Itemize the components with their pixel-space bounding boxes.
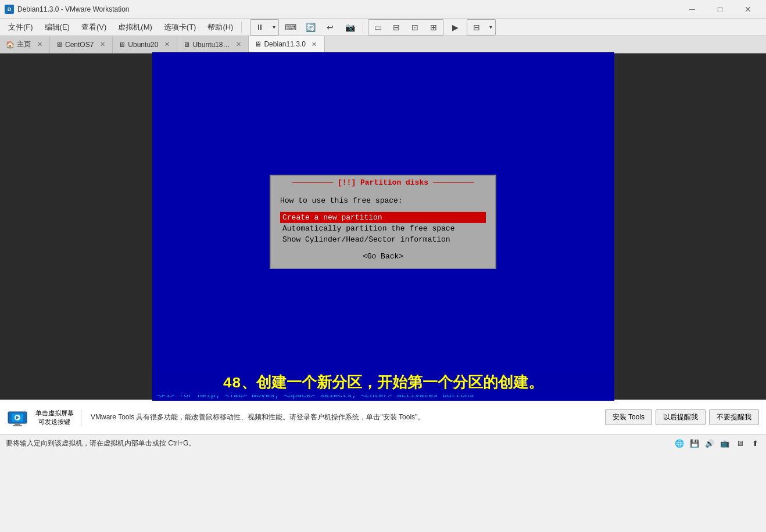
fullscreen-button[interactable]: ⊡ bbox=[406, 20, 424, 35]
title-bar: D Debian11.3.0 - VMware Workstation ─ □ … bbox=[0, 0, 766, 19]
go-back-button[interactable]: <Go Back> bbox=[358, 251, 408, 262]
send-ctrl-alt-del-button[interactable]: ⌨ bbox=[281, 20, 300, 35]
debian-tab-close[interactable]: ✕ bbox=[310, 40, 318, 48]
menu-file[interactable]: 文件(F) bbox=[2, 19, 39, 36]
centos7-tab-close[interactable]: ✕ bbox=[98, 41, 106, 49]
notification-title-line2: 可发送按键 bbox=[38, 418, 70, 426]
view-group: ⊟ ▾ bbox=[467, 19, 496, 35]
dialog-title-deco-left: ───────── bbox=[292, 178, 333, 187]
home-tab-label: 主页 bbox=[17, 39, 31, 49]
audio-icon: 🔊 bbox=[704, 438, 715, 449]
menu-view[interactable]: 查看(V) bbox=[76, 19, 112, 36]
tab-ubuntu20[interactable]: 🖥 Ubuntu20 ✕ bbox=[113, 36, 177, 53]
notification-body: VMware Tools 具有很多功能，能改善鼠标移动性、视频和性能。请登录客户… bbox=[91, 413, 424, 421]
fit-button[interactable]: ⊞ bbox=[424, 20, 443, 35]
dialog-option-show[interactable]: Show Cylinder/Head/Sector information bbox=[280, 234, 486, 245]
menu-bar: 文件(F) 编辑(E) 查看(V) 虚拟机(M) 选项卡(T) 帮助(H) ⏸ … bbox=[0, 19, 766, 36]
toolbar: ⏸ ▾ ⌨ 🔄 ↩ 📷 ▭ ⊟ ⊡ ⊞ ▶ ⊟ ▾ bbox=[249, 19, 497, 35]
dialog-option-auto[interactable]: Automatically partition the free space bbox=[280, 223, 486, 234]
menu-tabs[interactable]: 选项卡(T) bbox=[158, 19, 202, 36]
view-dropdown[interactable]: ▾ bbox=[486, 20, 495, 35]
ubuntu20-tab-close[interactable]: ✕ bbox=[163, 41, 171, 49]
status-bar: 要将输入定向到该虚拟机，请在虚拟机内部单击或按 Ctrl+G。 🌐 💾 🔊 📺 … bbox=[0, 434, 766, 452]
step-annotation: 48、创建一个新分区，开始第一个分区的创建。 bbox=[152, 370, 614, 395]
dialog-title-deco-right: ───────── bbox=[433, 178, 474, 187]
tab-centos7[interactable]: 🖥 CentOS7 ✕ bbox=[50, 36, 113, 53]
pause-button[interactable]: ⏸ bbox=[250, 20, 269, 35]
main-content[interactable]: ───────── [!!] Partition disks ─────────… bbox=[0, 53, 766, 400]
notification-title-line1: 单击虚拟屏幕 bbox=[35, 409, 74, 418]
svg-rect-2 bbox=[15, 423, 20, 425]
usb-icon: 💾 bbox=[689, 438, 700, 449]
dialog-button-area: <Go Back> bbox=[280, 252, 486, 261]
centos7-tab-icon: 🖥 bbox=[56, 41, 63, 49]
home-tab-close[interactable]: ✕ bbox=[35, 41, 44, 49]
maximize-button[interactable]: □ bbox=[707, 1, 733, 18]
notification-buttons: 安装 Tools 以后提醒我 不要提醒我 bbox=[605, 409, 759, 425]
svg-rect-3 bbox=[13, 425, 22, 426]
remind-later-button[interactable]: 以后提醒我 bbox=[656, 409, 706, 425]
display-group: ▭ ⊟ ⊡ ⊞ bbox=[368, 19, 443, 35]
title-bar-controls: ─ □ ✕ bbox=[679, 1, 761, 18]
tab-bar: 🏠 主页 ✕ 🖥 CentOS7 ✕ 🖥 Ubuntu20 ✕ 🖥 Ubuntu… bbox=[0, 36, 766, 53]
debian-tab-label: Debian11.3.0 bbox=[264, 40, 305, 48]
status-bar-text: 要将输入定向到该虚拟机，请在虚拟机内部单击或按 Ctrl+G。 bbox=[6, 438, 195, 448]
pause-button-group: ⏸ ▾ bbox=[250, 19, 279, 35]
dialog-question: How to use this free space: bbox=[280, 196, 486, 205]
dialog-title-bar: ───────── [!!] Partition disks ───────── bbox=[271, 176, 495, 189]
home-tab-icon: 🏠 bbox=[6, 41, 15, 49]
ubuntu20-tab-icon: 🖥 bbox=[119, 41, 126, 49]
notification-text-left: 单击虚拟屏幕 可发送按键 bbox=[35, 409, 81, 426]
dialog-option-create[interactable]: Create a new partition bbox=[280, 212, 486, 223]
toolbar-divider bbox=[241, 21, 242, 33]
tab-home[interactable]: 🏠 主页 ✕ bbox=[0, 36, 50, 53]
normal-display-button[interactable]: ▭ bbox=[368, 20, 387, 35]
network-icon: 🌐 bbox=[674, 438, 685, 449]
dialog-body: How to use this free space: Create a new… bbox=[271, 189, 495, 268]
vm-screen[interactable]: ───────── [!!] Partition disks ─────────… bbox=[152, 52, 614, 401]
revert-snapshot-button[interactable]: ↩ bbox=[321, 20, 339, 35]
vmware-tools-icon bbox=[7, 407, 28, 428]
upload-icon: ⬆ bbox=[750, 438, 760, 449]
view-button[interactable]: ⊟ bbox=[467, 20, 486, 35]
snapshot-button[interactable]: 🔄 bbox=[301, 20, 320, 35]
unity-button[interactable]: ⊟ bbox=[387, 20, 406, 35]
display-icon: 📺 bbox=[720, 438, 730, 449]
toolbar-divider2 bbox=[363, 21, 363, 33]
close-button[interactable]: ✕ bbox=[735, 1, 761, 18]
tab-debian[interactable]: 🖥 Debian11.3.0 ✕ bbox=[249, 36, 324, 53]
ubuntu20-tab-label: Ubuntu20 bbox=[128, 41, 158, 49]
partition-dialog: ───────── [!!] Partition disks ─────────… bbox=[270, 175, 496, 269]
install-tools-button[interactable]: 安装 Tools bbox=[605, 409, 652, 425]
ubuntu18-tab-label: Ubuntu18… bbox=[192, 41, 230, 49]
ubuntu18-tab-icon: 🖥 bbox=[183, 41, 190, 49]
minimize-button[interactable]: ─ bbox=[679, 1, 706, 18]
title-bar-left: D Debian11.3.0 - VMware Workstation bbox=[5, 5, 130, 14]
menu-vm[interactable]: 虚拟机(M) bbox=[112, 19, 158, 36]
centos7-tab-label: CentOS7 bbox=[65, 41, 94, 49]
notification-bar: 单击虚拟屏幕 可发送按键 VMware Tools 具有很多功能，能改善鼠标移动… bbox=[0, 400, 766, 434]
notification-text-area: VMware Tools 具有很多功能，能改善鼠标移动性、视频和性能。请登录客户… bbox=[91, 412, 598, 422]
console-button[interactable]: ▶ bbox=[446, 20, 464, 35]
ubuntu18-tab-close[interactable]: ✕ bbox=[234, 41, 242, 49]
no-remind-button[interactable]: 不要提醒我 bbox=[709, 409, 759, 425]
app-icon: D bbox=[5, 5, 14, 14]
manage-snapshots-button[interactable]: 📷 bbox=[341, 20, 359, 35]
tab-ubuntu18[interactable]: 🖥 Ubuntu18… ✕ bbox=[177, 36, 249, 53]
menu-help[interactable]: 帮助(H) bbox=[202, 19, 239, 36]
window-title: Debian11.3.0 - VMware Workstation bbox=[17, 5, 130, 13]
debian-tab-icon: 🖥 bbox=[255, 40, 262, 48]
menu-edit[interactable]: 编辑(E) bbox=[39, 19, 76, 36]
machine-icon: 🖥 bbox=[735, 438, 745, 449]
status-bar-right: 🌐 💾 🔊 📺 🖥 ⬆ bbox=[674, 438, 760, 449]
pause-dropdown[interactable]: ▾ bbox=[269, 20, 278, 35]
dialog-title: [!!] Partition disks bbox=[338, 178, 428, 187]
